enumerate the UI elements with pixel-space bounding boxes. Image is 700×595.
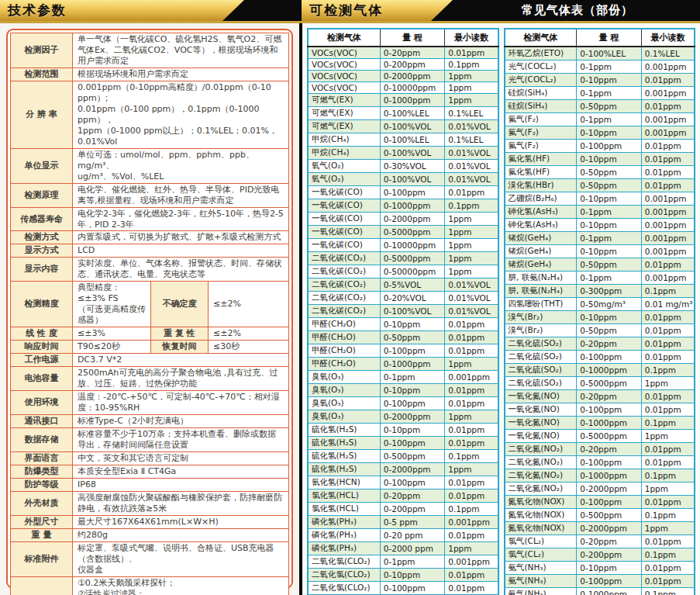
- spec-param-value: 温度：-20℃-+50℃，可定制-40℃-+70℃；相对湿度：10-95%RH: [73, 391, 289, 415]
- gas-range-cell: 0-100ppm: [577, 351, 641, 364]
- gas-name-cell: 臭氧(O₃): [308, 384, 380, 397]
- spec-param-name: 检测方式: [11, 231, 73, 244]
- gas-min-reading-cell: 1ppm: [445, 82, 498, 94]
- gas-range-cell: 0-20ppm: [380, 489, 444, 503]
- gas-row: 环氧乙烷(ETO)0-100%LEL0.1%LEL: [505, 47, 695, 61]
- gas-range-cell: 0-500ppm: [380, 450, 444, 463]
- gas-row: 硫化氢(H₂S)0-100ppm0.01ppm: [308, 437, 498, 450]
- gas-name-cell: 一氧化碳(CO): [308, 186, 380, 199]
- gas-range-cell: 0-2000 ppm: [380, 542, 444, 555]
- spec-param-value: ≤±2%: [208, 327, 288, 341]
- gas-name-cell: 氯化氢(HCL): [308, 489, 380, 503]
- gas-name-cell: 磷化氢(PH₃): [308, 542, 380, 555]
- gas-name-cell: 一氧化碳(CO): [308, 239, 380, 252]
- gas-range-cell: 0-100ppm: [380, 476, 444, 489]
- gas-name-cell: 二氧化氯(CLO₂): [308, 569, 380, 582]
- gas-row: 锗烷(GeH₄)0-1ppm0.001ppm: [505, 232, 695, 245]
- gas-range-cell: 0-10ppm: [577, 562, 641, 575]
- spec-row: 检测精度典型精度：≤±3% FS （可选更高精度传感器）不确定度≤±2%: [11, 282, 289, 327]
- gas-min-reading-cell: 0.01%VOL: [445, 120, 498, 133]
- gas-row: 一氧化氮(NO)0-5000ppm1ppm: [505, 430, 695, 443]
- gas-range-cell: 0-1ppm: [577, 87, 641, 100]
- gas-min-reading-cell: 0.001ppm: [641, 192, 695, 206]
- spec-param-name: 界面语言: [11, 451, 73, 465]
- gas-range-cell: 0-10ppm: [577, 192, 641, 206]
- gas-min-reading-cell: 0.01ppm: [445, 47, 498, 59]
- gas-name-cell: VOCs(VOC): [308, 82, 380, 94]
- spec-param-name: 重 量: [11, 528, 73, 541]
- gas-min-reading-cell: 0.01ppm: [641, 153, 695, 166]
- gas-row: 二氧化氮(NO₂)0-100ppm0.01ppm: [505, 456, 695, 469]
- gas-range-cell: 0-10ppm: [577, 153, 641, 166]
- gas-min-reading-cell: 0.01ppm: [641, 311, 695, 324]
- gas-range-cell: 0-100%VOL: [380, 120, 444, 133]
- gas-min-reading-cell: 1ppm: [445, 213, 498, 226]
- gas-min-reading-cell: 0.001ppm: [641, 245, 695, 258]
- gas-range-cell: 0-10ppm: [577, 219, 641, 232]
- gas-min-reading-cell: 0.001ppm: [641, 232, 695, 245]
- gas-row: 磷化氢(PH₃)0-2000 ppm1ppm: [308, 542, 498, 555]
- gas-row: 二氧化氯(CLO₂)0-1ppm0.001ppm: [308, 555, 498, 569]
- spec-row: 传感器寿命电化学2-3年，催化燃烧2-3年，红外5-10年，热导2-5年，PID…: [11, 207, 289, 231]
- gas-min-reading-cell: 0.1%LEL: [445, 107, 498, 120]
- spec-param-name: 检测精度: [11, 282, 73, 327]
- gas-row: 二氧化碳(CO₂)0-50000ppm1ppm: [308, 265, 498, 278]
- spec-param-value: ≤30秒: [208, 341, 288, 354]
- gas-row: 硫化氢(H₂S)0-2000ppm1ppm: [308, 463, 498, 476]
- gas-range-cell: 0-50ppm: [577, 166, 641, 179]
- spec-param-value: DC3.7 V*2: [73, 354, 289, 367]
- gas-name-cell: 乙硼烷(B₂H₆): [505, 192, 577, 206]
- gas-name-cell: 二氧化氮(NO₂): [505, 483, 577, 496]
- gas-min-reading-cell: 0.01ppm: [641, 100, 695, 113]
- gas-min-reading-cell: 1ppm: [641, 377, 695, 390]
- gas-range-cell: 0-2000ppm: [380, 463, 444, 476]
- gas-min-reading-cell: 1ppm: [445, 410, 498, 424]
- gas-row: 四氢噻吩(THT)0-50mg/m³0.01 mg/m³: [505, 298, 695, 311]
- gas-range-cell: 0-1000ppm: [380, 199, 444, 213]
- gas-row: 臭氧(O₃)0-10ppm0.01ppm: [308, 384, 498, 397]
- gas-range-cell: 0-100%VOL: [380, 305, 444, 318]
- gas-min-reading-cell: 0.01 mg/m³: [641, 298, 695, 311]
- gas-row: 一氧化碳(CO)0-10000ppm1ppm: [308, 239, 498, 252]
- spec-param-name: 显示方式: [11, 244, 73, 258]
- gas-range-cell: 0-1ppm: [380, 555, 444, 569]
- gas-min-reading-cell: 0.1ppm: [641, 588, 695, 595]
- gas-range-cell: 0-100ppm: [577, 575, 641, 588]
- spec-row: 通讯接口标准Type-C（2小时充满电）: [11, 415, 289, 428]
- gas-name-cell: 锗烷(GeH₄): [505, 245, 577, 258]
- gas-min-reading-cell: 0.1ppm: [445, 503, 498, 516]
- gas-table-header-row: 检测气体 量 程 最小读数: [308, 29, 498, 47]
- gas-name-cell: 氯气(CL₂): [505, 548, 577, 562]
- gas-min-reading-cell: 0.01ppm: [641, 258, 695, 272]
- gas-row: 光气(COCL₂)0-10ppm0.01ppm: [505, 74, 695, 87]
- gas-row: 氟气(F₂)0-1ppm0.001ppm: [505, 113, 695, 126]
- gas-min-reading-cell: 0.01ppm: [641, 562, 695, 575]
- spec-row: 重 量约280g: [11, 528, 289, 541]
- datasheet-page: 技术参数 可检测气体 常见气体表（部份） 检测因子单一气体（一氧化碳CO、硫化氢…: [0, 0, 700, 595]
- gas-name-cell: 氨气(NH₃): [505, 575, 577, 588]
- gas-min-reading-cell: 0.01%VOL: [445, 292, 498, 305]
- gas-range-cell: 0-100ppm: [380, 344, 444, 358]
- gas-name-cell: 砷化氢(AsH₃): [505, 219, 577, 232]
- spec-param-value: ≤±3%: [73, 327, 151, 341]
- gas-name-cell: 甲烷(CH₄): [308, 133, 380, 147]
- gas-row: 二氧化硫(SO₂)0-5000ppm1ppm: [505, 377, 695, 390]
- gas-min-reading-cell: 0.01ppm: [445, 344, 498, 358]
- spec-param-value: 标准容量不少于10万条；支持本机查看、删除或数据导出，存储时间间隔任意设置: [73, 427, 289, 451]
- gas-row: 硫化氢(H₂S)0-10ppm0.01ppm: [308, 424, 498, 437]
- spec-param-name: 电池容量: [11, 367, 73, 391]
- gas-table-header-row: 检测气体 量 程 最小读数: [505, 29, 695, 47]
- spec-param-name: 工作电源: [11, 354, 73, 367]
- gas-min-reading-cell: 1ppm: [445, 226, 498, 239]
- gas-range-cell: 0-2000ppm: [380, 71, 444, 82]
- gas-name-cell: 氟化氢(HF): [505, 153, 577, 166]
- gas-min-reading-cell: 0.01ppm: [641, 179, 695, 192]
- spec-param-value: 高强度耐腐蚀防火聚碳酸酯与橡胶保护套，防摔耐磨防静电，有效抗跌落≥5米: [73, 491, 289, 515]
- gas-range-cell: 0-5000ppm: [577, 430, 641, 443]
- gas-range-cell: 0-1000ppm: [380, 358, 444, 371]
- gas-row: 一氧化氮(NO)0-20ppm0.01ppm: [505, 390, 695, 403]
- gas-row: 二氧化氮(NO₂)0-20ppm0.01ppm: [505, 443, 695, 456]
- spec-row: 单位显示单位可选：umol/mol、ppm、pphm、ppb、mg/m³、 ug…: [11, 148, 289, 183]
- gas-row: 氧气(O₂)0-30%VOL0.01%VOL: [308, 160, 498, 173]
- gas-row: 氯化氢(HCL)0-20ppm0.01ppm: [308, 489, 498, 503]
